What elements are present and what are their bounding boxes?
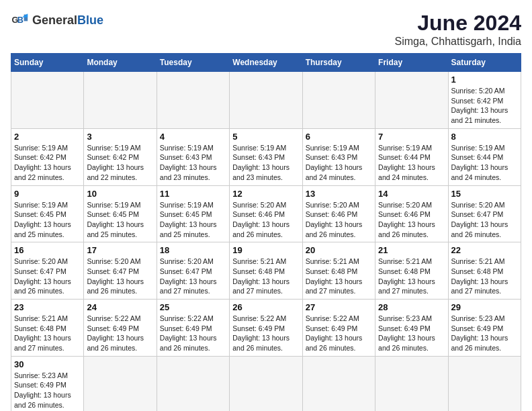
calendar-day-cell: 15 Sunrise: 5:20 AM Sunset: 6:47 PM Dayl… (448, 185, 521, 242)
calendar-week-row: 9 Sunrise: 5:19 AM Sunset: 6:45 PM Dayli… (11, 185, 521, 242)
header-friday: Friday (375, 54, 448, 72)
calendar-day-cell: 9 Sunrise: 5:19 AM Sunset: 6:45 PM Dayli… (11, 185, 84, 242)
day-number: 28 (378, 302, 445, 312)
calendar-week-row: 1 Sunrise: 5:20 AM Sunset: 6:42 PM Dayli… (11, 72, 521, 129)
day-info: Sunrise: 5:20 AM Sunset: 6:46 PM Dayligh… (306, 200, 372, 240)
day-info: Sunrise: 5:21 AM Sunset: 6:48 PM Dayligh… (378, 257, 445, 296)
day-info: Sunrise: 5:20 AM Sunset: 6:47 PM Dayligh… (14, 257, 81, 296)
calendar-day-cell: 4 Sunrise: 5:19 AM Sunset: 6:43 PM Dayli… (157, 128, 229, 185)
day-number: 25 (160, 302, 226, 312)
day-info: Sunrise: 5:19 AM Sunset: 6:43 PM Dayligh… (306, 143, 372, 183)
logo-icon: G B (11, 11, 30, 30)
logo-text: GeneralBlue (32, 13, 103, 28)
day-number: 19 (232, 245, 299, 255)
day-info: Sunrise: 5:22 AM Sunset: 6:49 PM Dayligh… (306, 314, 372, 353)
day-number: 16 (14, 245, 81, 255)
day-number: 9 (14, 189, 81, 199)
day-info: Sunrise: 5:23 AM Sunset: 6:49 PM Dayligh… (378, 314, 445, 353)
day-info: Sunrise: 5:20 AM Sunset: 6:42 PM Dayligh… (451, 86, 518, 126)
calendar-day-cell: 23 Sunrise: 5:21 AM Sunset: 6:48 PM Dayl… (11, 300, 84, 357)
day-number: 13 (306, 189, 372, 199)
day-number: 15 (451, 189, 518, 199)
calendar-day-cell (302, 356, 375, 411)
day-number: 27 (306, 302, 372, 312)
day-number: 20 (306, 245, 372, 255)
day-number: 22 (451, 245, 518, 255)
day-number: 17 (87, 245, 153, 255)
calendar-day-cell: 2 Sunrise: 5:19 AM Sunset: 6:42 PM Dayli… (11, 128, 84, 185)
day-info: Sunrise: 5:19 AM Sunset: 6:45 PM Dayligh… (87, 200, 153, 240)
day-number: 5 (232, 132, 299, 142)
calendar-day-cell: 14 Sunrise: 5:20 AM Sunset: 6:46 PM Dayl… (375, 185, 448, 242)
day-info: Sunrise: 5:23 AM Sunset: 6:49 PM Dayligh… (451, 314, 518, 353)
header-saturday: Saturday (448, 54, 521, 72)
day-info: Sunrise: 5:22 AM Sunset: 6:49 PM Dayligh… (160, 314, 226, 353)
day-number: 30 (14, 359, 81, 369)
logo: G B GeneralBlue (11, 11, 103, 30)
title-area: June 2024 Simga, Chhattisgarh, India (394, 11, 521, 48)
day-info: Sunrise: 5:21 AM Sunset: 6:48 PM Dayligh… (232, 257, 299, 296)
day-info: Sunrise: 5:21 AM Sunset: 6:48 PM Dayligh… (306, 257, 372, 296)
calendar-day-cell (375, 72, 448, 129)
calendar-week-row: 16 Sunrise: 5:20 AM Sunset: 6:47 PM Dayl… (11, 242, 521, 300)
calendar-day-cell: 25 Sunrise: 5:22 AM Sunset: 6:49 PM Dayl… (157, 300, 229, 357)
calendar-day-cell: 21 Sunrise: 5:21 AM Sunset: 6:48 PM Dayl… (375, 242, 448, 300)
day-info: Sunrise: 5:19 AM Sunset: 6:45 PM Dayligh… (14, 200, 81, 240)
calendar-header: G B GeneralBlue June 2024 Simga, Chhatti… (11, 11, 521, 48)
calendar-day-cell (230, 72, 302, 129)
weekday-header-row: Sunday Monday Tuesday Wednesday Thursday… (11, 54, 521, 72)
day-number: 4 (160, 132, 226, 142)
day-info: Sunrise: 5:19 AM Sunset: 6:42 PM Dayligh… (87, 143, 153, 183)
calendar-day-cell: 1 Sunrise: 5:20 AM Sunset: 6:42 PM Dayli… (448, 72, 521, 129)
header-wednesday: Wednesday (230, 54, 302, 72)
day-number: 18 (160, 245, 226, 255)
calendar-day-cell (84, 72, 157, 129)
day-number: 1 (451, 75, 518, 85)
calendar-day-cell: 22 Sunrise: 5:21 AM Sunset: 6:48 PM Dayl… (448, 242, 521, 300)
calendar-table: Sunday Monday Tuesday Wednesday Thursday… (11, 53, 521, 411)
calendar-day-cell (157, 72, 229, 129)
calendar-day-cell (448, 356, 521, 411)
month-year-title: June 2024 (394, 11, 521, 36)
day-number: 11 (160, 189, 226, 199)
calendar-day-cell: 7 Sunrise: 5:19 AM Sunset: 6:44 PM Dayli… (375, 128, 448, 185)
day-number: 10 (87, 189, 153, 199)
calendar-week-row: 30 Sunrise: 5:23 AM Sunset: 6:49 PM Dayl… (11, 356, 521, 411)
calendar-day-cell: 12 Sunrise: 5:20 AM Sunset: 6:46 PM Dayl… (230, 185, 302, 242)
day-number: 3 (87, 132, 153, 142)
day-info: Sunrise: 5:19 AM Sunset: 6:45 PM Dayligh… (160, 200, 226, 240)
calendar-day-cell (302, 72, 375, 129)
svg-text:B: B (17, 15, 24, 25)
calendar-day-cell: 3 Sunrise: 5:19 AM Sunset: 6:42 PM Dayli… (84, 128, 157, 185)
calendar-week-row: 23 Sunrise: 5:21 AM Sunset: 6:48 PM Dayl… (11, 300, 521, 357)
day-info: Sunrise: 5:20 AM Sunset: 6:47 PM Dayligh… (87, 257, 153, 296)
day-number: 6 (306, 132, 372, 142)
day-info: Sunrise: 5:20 AM Sunset: 6:46 PM Dayligh… (232, 200, 299, 240)
day-info: Sunrise: 5:19 AM Sunset: 6:43 PM Dayligh… (232, 143, 299, 183)
header-tuesday: Tuesday (157, 54, 229, 72)
location-subtitle: Simga, Chhattisgarh, India (394, 36, 521, 48)
calendar-day-cell: 30 Sunrise: 5:23 AM Sunset: 6:49 PM Dayl… (11, 356, 84, 411)
calendar-day-cell (375, 356, 448, 411)
header-sunday: Sunday (11, 54, 84, 72)
calendar-day-cell: 10 Sunrise: 5:19 AM Sunset: 6:45 PM Dayl… (84, 185, 157, 242)
day-number: 26 (232, 302, 299, 312)
calendar-day-cell: 27 Sunrise: 5:22 AM Sunset: 6:49 PM Dayl… (302, 300, 375, 357)
day-number: 8 (451, 132, 518, 142)
calendar-day-cell: 20 Sunrise: 5:21 AM Sunset: 6:48 PM Dayl… (302, 242, 375, 300)
calendar-day-cell (84, 356, 157, 411)
calendar-day-cell: 29 Sunrise: 5:23 AM Sunset: 6:49 PM Dayl… (448, 300, 521, 357)
day-number: 24 (87, 302, 153, 312)
calendar-day-cell: 26 Sunrise: 5:22 AM Sunset: 6:49 PM Dayl… (230, 300, 302, 357)
day-info: Sunrise: 5:21 AM Sunset: 6:48 PM Dayligh… (451, 257, 518, 296)
day-info: Sunrise: 5:19 AM Sunset: 6:43 PM Dayligh… (160, 143, 226, 183)
day-number: 12 (232, 189, 299, 199)
calendar-day-cell (230, 356, 302, 411)
calendar-day-cell (157, 356, 229, 411)
day-number: 21 (378, 245, 445, 255)
day-info: Sunrise: 5:20 AM Sunset: 6:47 PM Dayligh… (451, 200, 518, 240)
calendar-day-cell: 28 Sunrise: 5:23 AM Sunset: 6:49 PM Dayl… (375, 300, 448, 357)
calendar-day-cell: 17 Sunrise: 5:20 AM Sunset: 6:47 PM Dayl… (84, 242, 157, 300)
calendar-day-cell: 19 Sunrise: 5:21 AM Sunset: 6:48 PM Dayl… (230, 242, 302, 300)
calendar-day-cell: 6 Sunrise: 5:19 AM Sunset: 6:43 PM Dayli… (302, 128, 375, 185)
